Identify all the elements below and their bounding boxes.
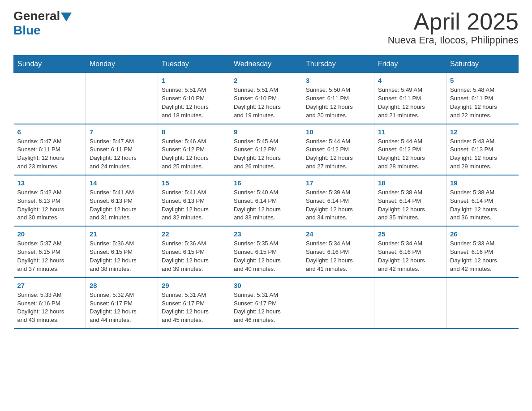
day-info: Sunrise: 5:47 AMSunset: 6:11 PMDaylight:… — [90, 137, 154, 171]
day-info: Sunrise: 5:46 AMSunset: 6:12 PMDaylight:… — [162, 137, 226, 171]
day-number: 11 — [378, 128, 442, 136]
calendar-week-row: 27Sunrise: 5:33 AMSunset: 6:16 PMDayligh… — [14, 278, 519, 329]
day-info: Sunrise: 5:35 AMSunset: 6:15 PMDaylight:… — [234, 240, 298, 273]
table-row: 2Sunrise: 5:51 AMSunset: 6:10 PMDaylight… — [230, 73, 302, 124]
day-number: 21 — [90, 230, 154, 238]
day-number: 9 — [234, 128, 298, 136]
day-info: Sunrise: 5:51 AMSunset: 6:10 PMDaylight:… — [162, 86, 226, 120]
day-info: Sunrise: 5:48 AMSunset: 6:11 PMDaylight:… — [450, 86, 515, 120]
table-row: 25Sunrise: 5:34 AMSunset: 6:16 PMDayligh… — [374, 226, 446, 277]
day-info: Sunrise: 5:33 AMSunset: 6:16 PMDaylight:… — [450, 240, 515, 273]
table-row: 15Sunrise: 5:41 AMSunset: 6:13 PMDayligh… — [158, 175, 230, 226]
day-number: 7 — [90, 128, 154, 136]
day-number: 24 — [306, 230, 370, 238]
table-row — [446, 278, 519, 329]
day-info: Sunrise: 5:49 AMSunset: 6:11 PMDaylight:… — [378, 86, 442, 120]
table-row — [14, 73, 86, 124]
calendar-week-row: 20Sunrise: 5:37 AMSunset: 6:15 PMDayligh… — [14, 226, 519, 277]
day-number: 19 — [450, 179, 515, 187]
table-row: 19Sunrise: 5:38 AMSunset: 6:14 PMDayligh… — [446, 175, 519, 226]
table-row — [86, 73, 158, 124]
col-monday: Monday — [86, 56, 158, 73]
table-row: 29Sunrise: 5:31 AMSunset: 6:17 PMDayligh… — [158, 278, 230, 329]
day-number: 28 — [90, 282, 154, 289]
col-thursday: Thursday — [302, 56, 374, 73]
table-row: 8Sunrise: 5:46 AMSunset: 6:12 PMDaylight… — [158, 124, 230, 175]
day-number: 3 — [306, 77, 370, 84]
day-number: 4 — [378, 77, 442, 84]
table-row: 24Sunrise: 5:34 AMSunset: 6:16 PMDayligh… — [302, 226, 374, 277]
day-info: Sunrise: 5:38 AMSunset: 6:14 PMDaylight:… — [450, 188, 515, 222]
col-wednesday: Wednesday — [230, 56, 302, 73]
day-info: Sunrise: 5:36 AMSunset: 6:15 PMDaylight:… — [90, 240, 154, 273]
table-row: 12Sunrise: 5:43 AMSunset: 6:13 PMDayligh… — [446, 124, 519, 175]
logo-triangle-icon — [61, 13, 72, 21]
day-number: 26 — [450, 230, 515, 238]
day-number: 17 — [306, 179, 370, 187]
day-info: Sunrise: 5:47 AMSunset: 6:11 PMDaylight:… — [17, 137, 82, 171]
day-info: Sunrise: 5:39 AMSunset: 6:14 PMDaylight:… — [306, 188, 370, 222]
calendar-week-row: 13Sunrise: 5:42 AMSunset: 6:13 PMDayligh… — [14, 175, 519, 226]
day-info: Sunrise: 5:34 AMSunset: 6:16 PMDaylight:… — [378, 240, 442, 273]
table-row: 17Sunrise: 5:39 AMSunset: 6:14 PMDayligh… — [302, 175, 374, 226]
calendar-table: Sunday Monday Tuesday Wednesday Thursday… — [13, 55, 519, 329]
table-row: 4Sunrise: 5:49 AMSunset: 6:11 PMDaylight… — [374, 73, 446, 124]
day-info: Sunrise: 5:37 AMSunset: 6:15 PMDaylight:… — [17, 240, 82, 273]
day-info: Sunrise: 5:32 AMSunset: 6:17 PMDaylight:… — [90, 291, 154, 325]
day-info: Sunrise: 5:51 AMSunset: 6:10 PMDaylight:… — [234, 86, 298, 120]
table-row — [302, 278, 374, 329]
day-number: 5 — [450, 77, 515, 84]
day-number: 25 — [378, 230, 442, 238]
day-number: 8 — [162, 128, 226, 136]
day-info: Sunrise: 5:31 AMSunset: 6:17 PMDaylight:… — [162, 291, 226, 325]
day-info: Sunrise: 5:33 AMSunset: 6:16 PMDaylight:… — [17, 291, 82, 325]
table-row: 7Sunrise: 5:47 AMSunset: 6:11 PMDaylight… — [86, 124, 158, 175]
col-tuesday: Tuesday — [158, 56, 230, 73]
table-row: 14Sunrise: 5:41 AMSunset: 6:13 PMDayligh… — [86, 175, 158, 226]
table-row — [374, 278, 446, 329]
col-saturday: Saturday — [446, 56, 519, 73]
table-row: 9Sunrise: 5:45 AMSunset: 6:12 PMDaylight… — [230, 124, 302, 175]
day-info: Sunrise: 5:44 AMSunset: 6:12 PMDaylight:… — [306, 137, 370, 171]
table-row: 20Sunrise: 5:37 AMSunset: 6:15 PMDayligh… — [14, 226, 86, 277]
day-info: Sunrise: 5:41 AMSunset: 6:13 PMDaylight:… — [162, 188, 226, 222]
table-row: 5Sunrise: 5:48 AMSunset: 6:11 PMDaylight… — [446, 73, 519, 124]
day-number: 18 — [378, 179, 442, 187]
day-number: 22 — [162, 230, 226, 238]
table-row: 23Sunrise: 5:35 AMSunset: 6:15 PMDayligh… — [230, 226, 302, 277]
table-row: 26Sunrise: 5:33 AMSunset: 6:16 PMDayligh… — [446, 226, 519, 277]
day-number: 15 — [162, 179, 226, 187]
title-block: April 2025 Nueva Era, Ilocos, Philippine… — [388, 9, 519, 46]
day-number: 10 — [306, 128, 370, 136]
table-row: 1Sunrise: 5:51 AMSunset: 6:10 PMDaylight… — [158, 73, 230, 124]
table-row: 3Sunrise: 5:50 AMSunset: 6:11 PMDaylight… — [302, 73, 374, 124]
page-title: April 2025 — [388, 9, 519, 34]
day-info: Sunrise: 5:34 AMSunset: 6:16 PMDaylight:… — [306, 240, 370, 273]
table-row: 28Sunrise: 5:32 AMSunset: 6:17 PMDayligh… — [86, 278, 158, 329]
day-number: 12 — [450, 128, 515, 136]
day-number: 27 — [17, 282, 82, 289]
table-row: 10Sunrise: 5:44 AMSunset: 6:12 PMDayligh… — [302, 124, 374, 175]
day-number: 30 — [234, 282, 298, 289]
day-info: Sunrise: 5:44 AMSunset: 6:12 PMDaylight:… — [378, 137, 442, 171]
logo: General Blue — [13, 9, 72, 38]
day-info: Sunrise: 5:40 AMSunset: 6:14 PMDaylight:… — [234, 188, 298, 222]
col-sunday: Sunday — [14, 56, 86, 73]
day-number: 16 — [234, 179, 298, 187]
day-number: 6 — [17, 128, 82, 136]
day-info: Sunrise: 5:42 AMSunset: 6:13 PMDaylight:… — [17, 188, 82, 222]
day-number: 13 — [17, 179, 82, 187]
day-info: Sunrise: 5:45 AMSunset: 6:12 PMDaylight:… — [234, 137, 298, 171]
day-info: Sunrise: 5:41 AMSunset: 6:13 PMDaylight:… — [90, 188, 154, 222]
table-row: 30Sunrise: 5:31 AMSunset: 6:17 PMDayligh… — [230, 278, 302, 329]
table-row: 16Sunrise: 5:40 AMSunset: 6:14 PMDayligh… — [230, 175, 302, 226]
day-number: 14 — [90, 179, 154, 187]
day-info: Sunrise: 5:50 AMSunset: 6:11 PMDaylight:… — [306, 86, 370, 120]
table-row: 18Sunrise: 5:38 AMSunset: 6:14 PMDayligh… — [374, 175, 446, 226]
day-info: Sunrise: 5:36 AMSunset: 6:15 PMDaylight:… — [162, 240, 226, 273]
day-number: 1 — [162, 77, 226, 84]
table-row: 22Sunrise: 5:36 AMSunset: 6:15 PMDayligh… — [158, 226, 230, 277]
calendar-week-row: 1Sunrise: 5:51 AMSunset: 6:10 PMDaylight… — [14, 73, 519, 124]
day-info: Sunrise: 5:43 AMSunset: 6:13 PMDaylight:… — [450, 137, 515, 171]
logo-general-text: General — [13, 9, 60, 23]
